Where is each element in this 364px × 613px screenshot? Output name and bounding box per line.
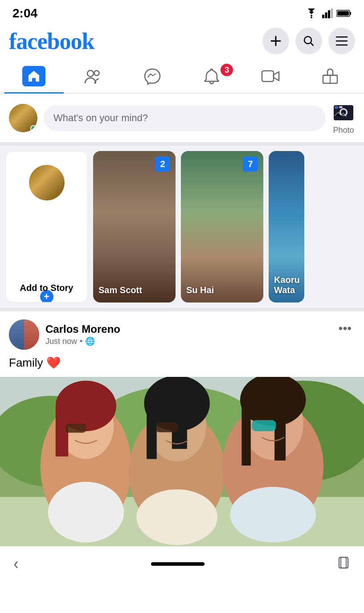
status-time: 2:04 <box>12 6 37 20</box>
post-input[interactable]: What's on your mind? <box>44 105 326 131</box>
add-button[interactable] <box>262 28 289 54</box>
post-text: Family ❤️ <box>0 354 364 377</box>
battery-icon <box>336 9 352 17</box>
post-image <box>0 377 364 546</box>
menu-icon <box>335 36 348 46</box>
nav-bar: 3 <box>0 60 364 94</box>
photo-icon <box>333 102 354 122</box>
story-sam-scott[interactable]: 2 Sam Scott <box>93 151 176 302</box>
story-count-badge-2: 2 <box>155 156 170 172</box>
svg-rect-2 <box>325 12 327 18</box>
svg-rect-46 <box>341 557 346 568</box>
story-add-label: Add to Story <box>6 283 87 293</box>
header: facebook <box>0 24 364 60</box>
header-actions <box>262 28 355 54</box>
bottom-nav: ‹ <box>0 546 364 581</box>
svg-point-44 <box>230 487 316 543</box>
svg-point-10 <box>94 71 99 76</box>
home-icon <box>27 69 41 83</box>
post-meta: Just now • 🌐 <box>45 336 120 346</box>
nav-item-friends[interactable] <box>64 62 123 90</box>
story-su-hai[interactable]: 7 Su Hai <box>181 151 263 302</box>
home-indicator[interactable] <box>151 562 204 566</box>
notifications-icon <box>204 67 220 85</box>
svg-rect-41 <box>241 400 250 466</box>
svg-point-9 <box>87 70 94 77</box>
search-icon <box>303 35 315 47</box>
svg-rect-7 <box>337 11 349 16</box>
svg-rect-1 <box>322 15 324 18</box>
svg-rect-11 <box>262 71 274 82</box>
svg-rect-34 <box>147 404 157 459</box>
svg-point-37 <box>136 489 217 545</box>
post-author-details: Carlos Moreno Just now • 🌐 <box>45 323 120 346</box>
status-bar: 2:04 <box>0 0 364 24</box>
nav-item-notifications[interactable]: 3 <box>182 61 241 91</box>
svg-rect-42 <box>274 400 286 461</box>
signal-icon <box>322 8 333 18</box>
svg-rect-6 <box>350 12 351 15</box>
svg-rect-36 <box>155 422 178 432</box>
video-icon <box>261 68 281 84</box>
online-indicator <box>30 125 37 131</box>
post-author-name: Carlos Moreno <box>45 323 120 335</box>
svg-rect-3 <box>328 10 330 18</box>
post-more-button[interactable]: ••• <box>335 319 355 337</box>
current-user-avatar <box>9 104 37 132</box>
stories-section: + Add to Story 2 Sam Scott 7 Su Hai Kaor… <box>0 146 364 311</box>
svg-point-30 <box>48 482 124 542</box>
phone-frame: 2:04 facebook <box>0 0 364 613</box>
messenger-icon <box>143 67 161 85</box>
svg-point-0 <box>311 16 312 18</box>
plus-icon <box>270 35 282 47</box>
facebook-logo: facebook <box>9 28 94 54</box>
post-image-illustration <box>0 377 364 546</box>
rotate-button[interactable] <box>336 556 351 573</box>
wifi-icon <box>304 8 319 18</box>
back-button[interactable]: ‹ <box>13 555 19 573</box>
svg-rect-29 <box>66 424 86 433</box>
post-privacy-icon: 🌐 <box>85 336 95 346</box>
photo-label: Photo <box>333 126 354 135</box>
photo-button[interactable]: Photo <box>332 101 355 135</box>
friends-icon <box>83 68 103 84</box>
post-header: Carlos Moreno Just now • 🌐 ••• <box>0 311 364 354</box>
story-name-kaoru: Kaoru Wata <box>274 275 299 295</box>
svg-rect-43 <box>252 420 276 431</box>
nav-item-marketplace[interactable] <box>300 61 360 91</box>
story-name-sam: Sam Scott <box>98 285 170 295</box>
post-dot: • <box>80 337 82 346</box>
svg-rect-4 <box>331 8 333 18</box>
search-button[interactable] <box>295 28 322 54</box>
nav-item-video[interactable] <box>241 62 300 90</box>
marketplace-icon <box>321 67 339 85</box>
story-name-suhai: Su Hai <box>186 285 258 295</box>
svg-rect-17 <box>339 106 343 108</box>
create-post-section: What's on your mind? Photo <box>0 94 364 146</box>
post-time: Just now <box>45 337 77 346</box>
notification-badge: 3 <box>221 64 233 76</box>
svg-rect-18 <box>335 106 338 109</box>
nav-item-messenger[interactable] <box>123 61 182 91</box>
rotate-icon <box>336 556 351 570</box>
post-user-info: Carlos Moreno Just now • 🌐 <box>9 319 120 350</box>
story-count-badge-7: 7 <box>243 156 258 172</box>
menu-button[interactable] <box>328 28 355 54</box>
status-icons <box>304 8 352 18</box>
story-add-card[interactable]: + Add to Story <box>5 151 88 302</box>
story-kaoru[interactable]: Kaoru Wata <box>269 151 304 302</box>
post-card: Carlos Moreno Just now • 🌐 ••• Family ❤️ <box>0 311 364 546</box>
nav-item-home[interactable] <box>4 60 64 93</box>
post-author-avatar <box>9 319 39 350</box>
